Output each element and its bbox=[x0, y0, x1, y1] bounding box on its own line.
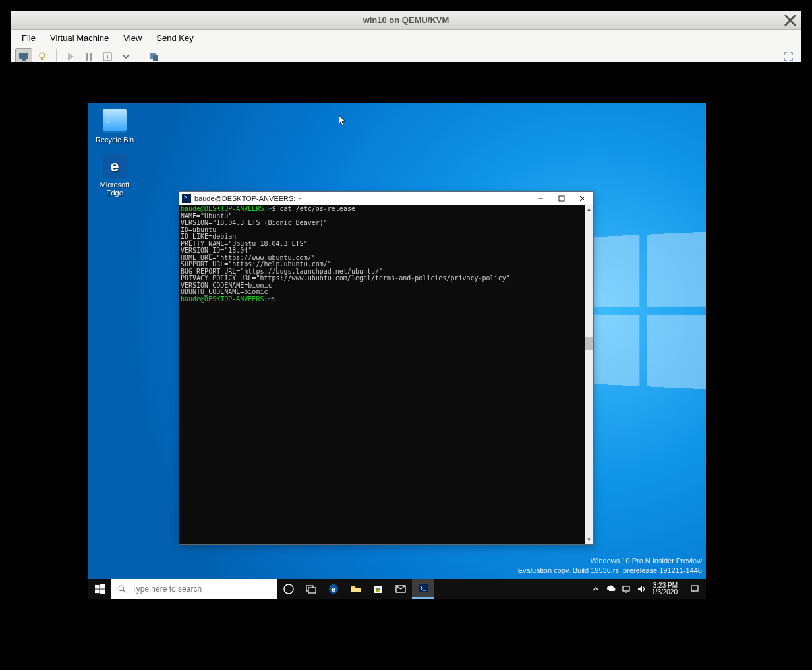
taskview-icon bbox=[305, 583, 317, 595]
terminal-titlebar[interactable]: baude@DESKTOP-ANVEERS: ~ bbox=[179, 192, 593, 205]
svg-rect-12 bbox=[100, 584, 105, 589]
taskbar-clock[interactable]: 3:23 PM 1/3/2020 bbox=[652, 582, 680, 595]
svg-rect-14 bbox=[100, 589, 105, 594]
terminal-command: cat /etc/os-release bbox=[280, 205, 355, 212]
taskbar-store[interactable] bbox=[367, 579, 390, 599]
notification-icon bbox=[690, 584, 699, 594]
taskbar: Type here to search e 3:23 PM 1/3/2020 bbox=[88, 579, 706, 599]
virt-manager-window: win10 on QEMU/KVM File Virtual Machine V… bbox=[11, 11, 801, 69]
svg-rect-31 bbox=[691, 586, 698, 591]
svg-rect-28 bbox=[419, 584, 428, 592]
svg-point-2 bbox=[40, 53, 45, 58]
powershell-icon bbox=[182, 194, 191, 203]
taskbar-mail[interactable] bbox=[390, 579, 412, 599]
watermark-line: Windows 10 Pro N Insider Preview bbox=[518, 556, 702, 565]
scroll-thumb[interactable] bbox=[585, 337, 593, 350]
power-icon bbox=[102, 51, 113, 62]
svg-rect-10 bbox=[559, 196, 564, 201]
system-tray: 3:23 PM 1/3/2020 bbox=[591, 579, 706, 599]
desktop-icon-edge[interactable]: Microsoft Edge bbox=[92, 154, 138, 197]
terminal-dollar: $ bbox=[272, 205, 276, 212]
svg-rect-25 bbox=[376, 590, 378, 592]
svg-point-16 bbox=[284, 584, 293, 594]
windows-icon bbox=[95, 584, 105, 594]
cortana-icon bbox=[283, 583, 295, 595]
mail-icon bbox=[395, 583, 407, 595]
svg-rect-24 bbox=[378, 588, 380, 590]
taskbar-search[interactable]: Type here to search bbox=[111, 579, 277, 599]
action-center-button[interactable] bbox=[686, 584, 703, 594]
terminal-output: NAME="Ubuntu" VERSION="18.04.3 LTS (Bion… bbox=[181, 212, 510, 296]
store-icon bbox=[372, 583, 384, 595]
lightbulb-icon bbox=[37, 51, 47, 62]
windows-desktop[interactable]: Recycle Bin Microsoft Edge baude@DESKTOP… bbox=[88, 103, 706, 599]
svg-rect-21 bbox=[351, 588, 361, 592]
svg-point-15 bbox=[119, 586, 123, 590]
svg-rect-30 bbox=[625, 592, 627, 593]
terminal-window[interactable]: baude@DESKTOP-ANVEERS: ~ baude@DESKTOP-A… bbox=[179, 191, 594, 545]
windows-logo-backdrop bbox=[574, 231, 706, 390]
terminal-dollar: $ bbox=[272, 295, 276, 303]
scroll-down-arrow[interactable]: ▼ bbox=[585, 535, 593, 544]
search-placeholder: Type here to search bbox=[132, 584, 202, 594]
close-button[interactable] bbox=[784, 14, 797, 27]
maximize-button[interactable] bbox=[551, 192, 572, 205]
menu-virtual-machine[interactable]: Virtual Machine bbox=[44, 32, 115, 44]
menu-view[interactable]: View bbox=[117, 32, 148, 44]
taskbar-powershell[interactable] bbox=[412, 579, 434, 599]
terminal-prompt-user: baude@DESKTOP-ANVEERS bbox=[181, 205, 264, 212]
taskbar-explorer[interactable] bbox=[345, 579, 367, 599]
tray-chevron-up-icon[interactable] bbox=[591, 584, 600, 594]
virt-manager-title: win10 on QEMU/KVM bbox=[363, 15, 450, 25]
scroll-up-arrow[interactable]: ▲ bbox=[585, 205, 593, 214]
svg-rect-3 bbox=[41, 58, 44, 60]
svg-rect-7 bbox=[107, 55, 108, 59]
snapshot-icon bbox=[149, 51, 160, 62]
svg-rect-0 bbox=[19, 53, 28, 59]
desktop-icon-label: Recycle Bin bbox=[92, 136, 138, 144]
svg-rect-1 bbox=[22, 59, 26, 61]
clock-date: 1/3/2020 bbox=[652, 589, 678, 595]
svg-rect-29 bbox=[623, 586, 629, 591]
edge-icon: e bbox=[328, 583, 339, 595]
close-button[interactable] bbox=[572, 192, 593, 205]
play-icon bbox=[65, 51, 76, 62]
desktop-icon-label: Microsoft Edge bbox=[92, 181, 138, 197]
virt-manager-menubar: File Virtual Machine View Send Key bbox=[11, 30, 801, 46]
svg-rect-13 bbox=[95, 589, 100, 593]
volume-icon[interactable] bbox=[637, 584, 646, 594]
powershell-icon bbox=[417, 582, 429, 594]
desktop-icon-recycle-bin[interactable]: Recycle Bin bbox=[92, 109, 138, 144]
svg-rect-18 bbox=[308, 588, 316, 593]
start-button[interactable] bbox=[88, 579, 111, 599]
terminal-prompt-user: baude@DESKTOP-ANVEERS bbox=[181, 295, 264, 303]
watermark-line: Evaluation copy. Build 19536.rs_prerelea… bbox=[518, 566, 702, 575]
svg-rect-23 bbox=[376, 588, 378, 590]
svg-rect-9 bbox=[153, 55, 158, 61]
menu-file[interactable]: File bbox=[15, 32, 42, 44]
virt-manager-titlebar[interactable]: win10 on QEMU/KVM bbox=[11, 11, 801, 30]
monitor-icon bbox=[18, 51, 29, 62]
svg-rect-26 bbox=[378, 590, 380, 592]
edge-icon bbox=[103, 154, 127, 178]
terminal-scrollbar[interactable]: ▲ ▼ bbox=[585, 205, 593, 544]
terminal-body[interactable]: baude@DESKTOP-ANVEERS:~$ cat /etc/os-rel… bbox=[179, 205, 585, 544]
chevron-down-icon bbox=[121, 51, 131, 62]
menu-send-key[interactable]: Send Key bbox=[150, 32, 200, 44]
svg-text:e: e bbox=[332, 585, 335, 593]
network-icon[interactable] bbox=[622, 584, 631, 594]
taskview-button[interactable] bbox=[300, 579, 322, 599]
svg-rect-11 bbox=[95, 584, 100, 588]
pause-icon bbox=[84, 51, 94, 62]
onedrive-icon[interactable] bbox=[606, 584, 616, 594]
cortana-button[interactable] bbox=[277, 579, 300, 599]
svg-rect-5 bbox=[90, 53, 92, 61]
windows-watermark: Windows 10 Pro N Insider Preview Evaluat… bbox=[518, 556, 702, 575]
fullscreen-icon bbox=[783, 51, 794, 62]
svg-rect-4 bbox=[86, 53, 88, 61]
minimize-button[interactable] bbox=[530, 192, 551, 205]
taskbar-edge[interactable]: e bbox=[322, 579, 345, 599]
search-icon bbox=[118, 585, 127, 594]
recycle-bin-icon bbox=[103, 109, 127, 133]
terminal-title: baude@DESKTOP-ANVEERS: ~ bbox=[194, 195, 302, 202]
